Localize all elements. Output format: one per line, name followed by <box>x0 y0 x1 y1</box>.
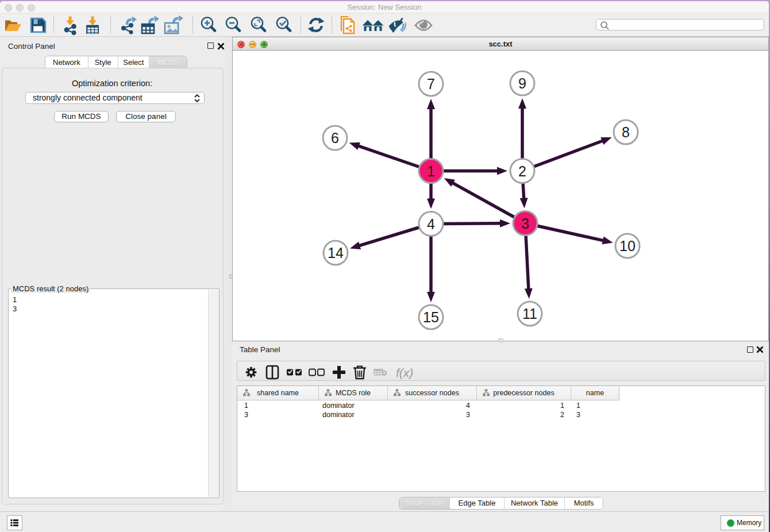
svg-text:9: 9 <box>518 75 526 91</box>
svg-text:15: 15 <box>423 309 439 325</box>
svg-text:7: 7 <box>427 76 435 92</box>
svg-text:3: 3 <box>521 215 529 232</box>
svg-text:4: 4 <box>427 216 435 232</box>
svg-text:1: 1 <box>427 163 435 179</box>
svg-text:6: 6 <box>331 130 339 146</box>
svg-text:f(x): f(x) <box>396 366 413 379</box>
svg-text:8: 8 <box>622 124 630 140</box>
svg-text:10: 10 <box>619 238 636 254</box>
svg-text:14: 14 <box>328 245 344 261</box>
svg-text:11: 11 <box>522 306 537 322</box>
svg-text:2: 2 <box>518 163 526 179</box>
